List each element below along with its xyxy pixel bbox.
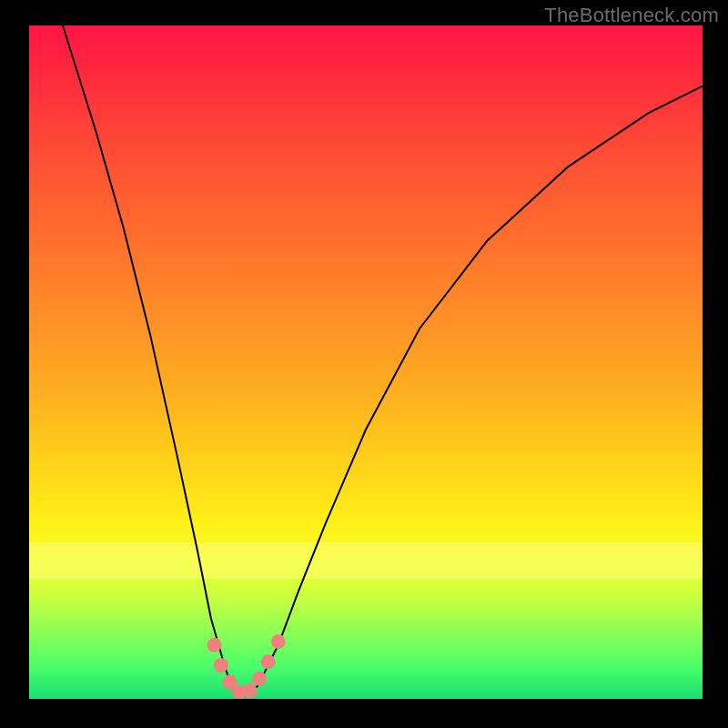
marker-point — [214, 658, 228, 672]
bottleneck-curve — [63, 25, 703, 695]
marker-point — [271, 634, 286, 649]
chart-svg — [29, 25, 703, 699]
marker-point — [207, 638, 222, 652]
watermark-text: TheBottleneck.com — [544, 4, 719, 27]
marker-point — [243, 683, 258, 698]
marker-point — [261, 654, 276, 669]
curve-layer — [63, 25, 703, 695]
marker-layer — [207, 634, 286, 699]
marker-point — [252, 672, 267, 686]
chart-frame: TheBottleneck.com — [0, 0, 728, 728]
plot-area — [29, 25, 703, 699]
